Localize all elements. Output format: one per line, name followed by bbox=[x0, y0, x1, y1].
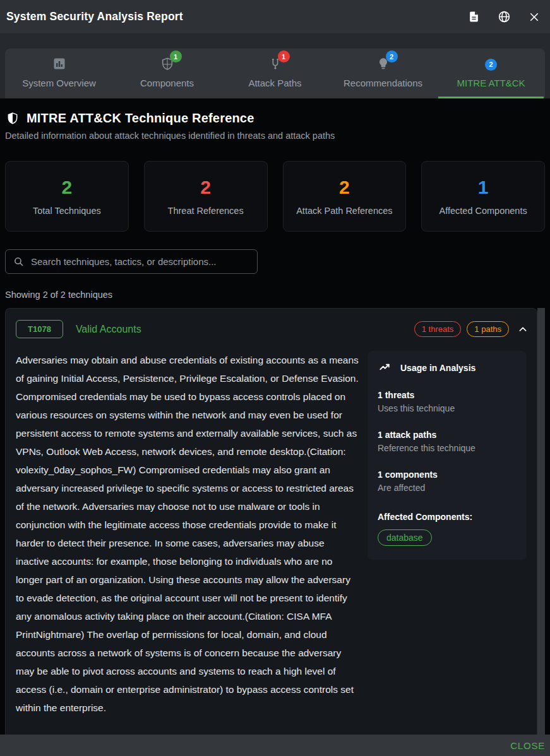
technique-name: Valid Accounts bbox=[76, 324, 141, 335]
recommendations-badge: 2 bbox=[386, 50, 398, 62]
technique-body: Adversaries may obtain and abuse credent… bbox=[6, 338, 537, 727]
tab-label: Recommendations bbox=[344, 78, 422, 88]
component-chip-database: database bbox=[378, 529, 432, 546]
search-box bbox=[5, 249, 258, 274]
components-badge: 1 bbox=[170, 50, 182, 62]
chevron-up-icon[interactable] bbox=[518, 324, 528, 334]
search-icon bbox=[13, 256, 24, 267]
usage-count: 1 threats bbox=[378, 390, 517, 400]
title-bar: System Security Analysis Report bbox=[0, 0, 550, 33]
tab-label: MITRE ATT&CK bbox=[457, 78, 525, 88]
tab-attack-paths[interactable]: 1 Attack Paths bbox=[221, 49, 329, 98]
stats-row: 2 Total Techniques 2 Threat References 2… bbox=[5, 161, 545, 232]
tab-label: Attack Paths bbox=[248, 78, 301, 88]
dialog-title: System Security Analysis Report bbox=[6, 10, 183, 23]
affected-components-label: Affected Components: bbox=[378, 512, 517, 522]
technique-list: T1078 Valid Accounts 1 threats 1 paths A… bbox=[5, 308, 545, 735]
shield-half-icon bbox=[6, 111, 19, 126]
results-count: Showing 2 of 2 techniques bbox=[5, 290, 545, 300]
section-title: MITRE ATT&CK Technique Reference bbox=[27, 111, 254, 126]
section-header: MITRE ATT&CK Technique Reference bbox=[5, 111, 545, 126]
scrollbar[interactable] bbox=[537, 308, 545, 735]
stat-value: 2 bbox=[292, 177, 397, 198]
tab-system-overview[interactable]: System Overview bbox=[5, 49, 113, 98]
stat-threat-references: 2 Threat References bbox=[144, 161, 268, 232]
globe-icon[interactable] bbox=[497, 10, 511, 24]
stat-total-techniques: 2 Total Techniques bbox=[5, 161, 129, 232]
attack-paths-badge: 1 bbox=[278, 50, 290, 62]
trending-up-icon bbox=[378, 362, 392, 374]
usage-item-attack-paths: 1 attack paths Reference this technique bbox=[378, 430, 517, 453]
stat-value: 2 bbox=[153, 177, 258, 198]
usage-title: Usage in Analysis bbox=[400, 363, 475, 373]
close-icon[interactable] bbox=[527, 10, 541, 24]
search-input[interactable] bbox=[31, 256, 249, 267]
document-icon[interactable] bbox=[467, 10, 481, 24]
tab-label: Components bbox=[140, 78, 194, 88]
stat-label: Attack Path References bbox=[292, 204, 397, 217]
usage-count: 1 components bbox=[378, 470, 517, 480]
close-button[interactable]: CLOSE bbox=[510, 740, 545, 751]
usage-item-components: 1 components Are affected bbox=[378, 470, 517, 493]
usage-desc: Uses this technique bbox=[378, 403, 517, 413]
stat-affected-components: 1 Affected Components bbox=[421, 161, 545, 232]
technique-header[interactable]: T1078 Valid Accounts 1 threats 1 paths bbox=[6, 309, 537, 338]
stat-label: Affected Components bbox=[431, 204, 535, 217]
usage-in-analysis-card: Usage in Analysis 1 threats Uses this te… bbox=[368, 351, 527, 560]
tab-components[interactable]: 1 Components bbox=[113, 49, 221, 98]
technique-id-chip: T1078 bbox=[16, 320, 63, 338]
technique-description: Adversaries may obtain and abuse credent… bbox=[16, 351, 360, 717]
paths-pill: 1 paths bbox=[467, 321, 509, 337]
usage-desc: Reference this technique bbox=[378, 443, 517, 453]
tab-label: System Overview bbox=[22, 78, 96, 88]
usage-count: 1 attack paths bbox=[378, 430, 517, 440]
tab-bar: System Overview 1 Components bbox=[5, 49, 545, 98]
stat-value: 2 bbox=[15, 177, 119, 198]
stat-label: Threat References bbox=[153, 204, 258, 217]
section-subtitle: Detailed information about attack techni… bbox=[5, 131, 545, 141]
tab-mitre-attack[interactable]: 2 MITRE ATT&CK bbox=[437, 49, 545, 98]
stat-value: 1 bbox=[431, 177, 535, 198]
usage-header: Usage in Analysis bbox=[378, 362, 517, 374]
stat-label: Total Techniques bbox=[15, 204, 119, 217]
usage-desc: Are affected bbox=[378, 483, 517, 493]
usage-item-threats: 1 threats Uses this technique bbox=[378, 390, 517, 413]
tab-recommendations[interactable]: 2 Recommendations bbox=[329, 49, 437, 98]
dialog-footer: CLOSE bbox=[0, 735, 550, 756]
stat-attack-path-references: 2 Attack Path References bbox=[283, 161, 407, 232]
mitre-panel: MITRE ATT&CK Technique Reference Detaile… bbox=[0, 98, 550, 735]
technique-card: T1078 Valid Accounts 1 threats 1 paths A… bbox=[5, 308, 537, 735]
bar-chart-icon bbox=[52, 56, 67, 71]
threats-pill: 1 threats bbox=[414, 321, 462, 337]
mitre-badge: 2 bbox=[485, 59, 497, 71]
